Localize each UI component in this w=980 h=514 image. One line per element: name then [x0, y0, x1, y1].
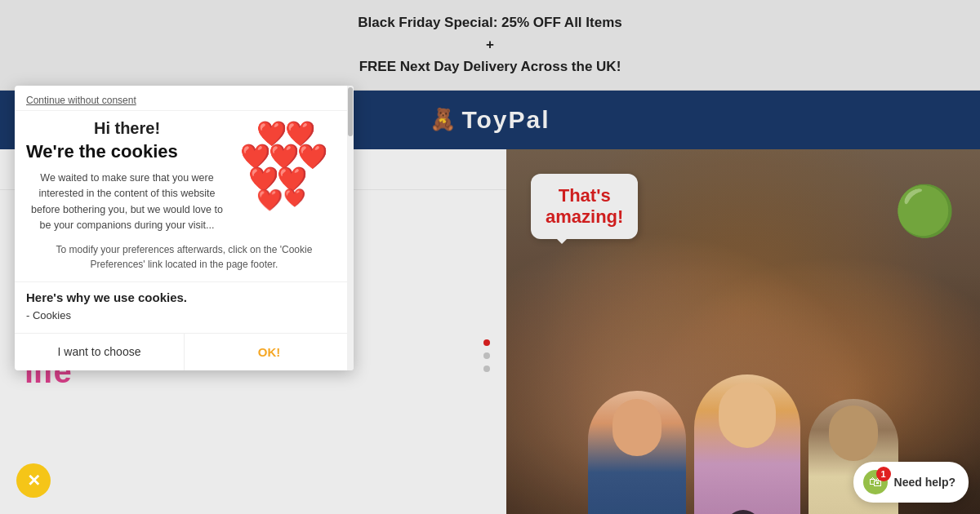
continue-without-consent-link[interactable]: Continue without consent	[26, 95, 136, 106]
close-x-button[interactable]: ✕	[16, 463, 51, 498]
chat-text: Need help?	[894, 476, 956, 489]
shopify-icon-container: 🛍 1	[863, 470, 888, 494]
why-title: Here's why we use cookies.	[26, 290, 342, 304]
heart-8: ❤️	[256, 188, 283, 213]
modal-description: We waited to make sure that you were int…	[26, 171, 228, 234]
modal-greeting: Hi there!	[26, 119, 228, 138]
shopify-chat-widget[interactable]: 🛍 1 Need help?	[853, 462, 969, 503]
cookie-image: ❤️ ❤️ ❤️ ❤️ ❤️ ❤️ ❤️ ❤️ ❤️	[236, 119, 342, 225]
modify-note: To modify your preferences afterwards, c…	[26, 242, 342, 272]
ok-button[interactable]: OK!	[185, 334, 354, 370]
heart-9: ❤️	[283, 188, 305, 209]
modify-note-area: To modify your preferences afterwards, c…	[15, 242, 354, 272]
why-item-cookies: - Cookies	[26, 309, 342, 321]
cookie-modal: Continue without consent Hi there! We're…	[15, 86, 354, 370]
modal-footer: I want to choose OK!	[15, 333, 354, 370]
modal-body: Hi there! We're the cookies We waited to…	[15, 111, 354, 242]
why-section: Here's why we use cookies. - Cookies	[15, 281, 354, 321]
modal-overlay: Continue without consent Hi there! We're…	[0, 0, 980, 514]
i-want-to-choose-button[interactable]: I want to choose	[15, 334, 185, 370]
chat-badge: 1	[876, 467, 891, 481]
modal-header: Continue without consent	[15, 86, 354, 111]
heart-cluster: ❤️ ❤️ ❤️ ❤️ ❤️ ❤️ ❤️ ❤️ ❤️	[236, 119, 342, 225]
modal-title: We're the cookies	[26, 141, 228, 162]
modal-text-column: Hi there! We're the cookies We waited to…	[26, 119, 228, 242]
